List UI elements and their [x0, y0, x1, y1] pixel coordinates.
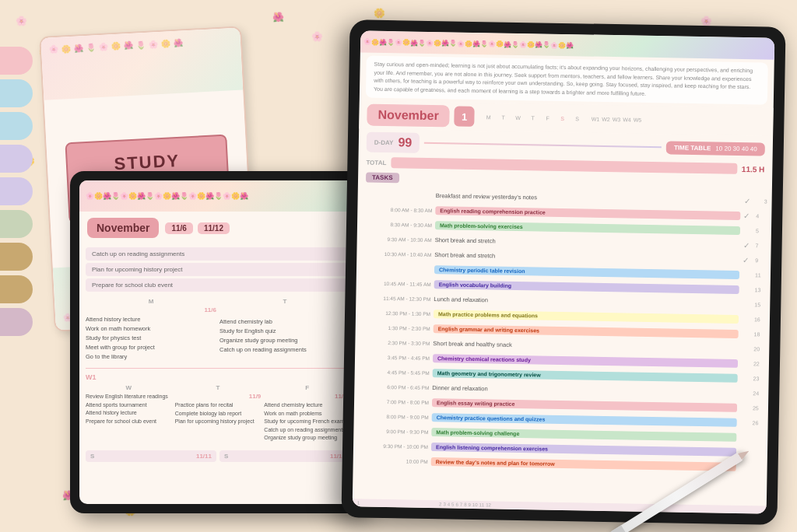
- task-text-14: Dinner and relaxation: [432, 384, 737, 397]
- task-bar-12: Chemistry chemical reactions study: [433, 354, 738, 368]
- timetable-label: TIME TABLE: [674, 144, 711, 152]
- deco-flower-5: 🌼: [374, 8, 385, 19]
- dday-label: D-DAY: [374, 138, 394, 145]
- tablet-left: 🌸🌼🌺🌷🌸🌼🌺🌷🌸🌼🌺🌷🌸🌼🌺🌷🌸🌼🌺 November 11/6 11/12 …: [70, 171, 366, 513]
- task-text-11: Short break and healthy snack: [433, 340, 738, 352]
- deco-flower-9: 🌸: [700, 16, 712, 26]
- deco-flower-1: 🌸: [16, 16, 27, 26]
- task-w-4: Prepare for school club event: [86, 418, 172, 426]
- task-t-2: Study for English quiz: [219, 327, 350, 336]
- sidebar-tab-2[interactable]: [0, 79, 33, 107]
- sidebar-tab-5[interactable]: [0, 177, 33, 205]
- task-m-3: Study for physics test: [86, 334, 216, 343]
- task-bar-13: Math geometry and trigonometry review: [433, 369, 738, 383]
- goal-3: Prepare for school club event: [86, 278, 350, 292]
- day-number: 1: [455, 107, 475, 127]
- task-text-5: Short break and stretch: [434, 251, 739, 264]
- col-t2: T 11/9 Practice plans for recital Comple…: [175, 384, 262, 443]
- sidebar-tab-1[interactable]: [0, 47, 33, 75]
- task-t-1: Attend chemistry lab: [219, 317, 350, 327]
- dday-value: 99: [398, 135, 412, 149]
- task-bar-7: English vocabulary building: [434, 280, 739, 294]
- sidebar-tab-4[interactable]: [0, 145, 33, 173]
- task-m-4: Meet with group for project: [86, 343, 216, 352]
- motivation-text: Stay curious and open-minded; learning i…: [366, 56, 768, 105]
- task-bar-17: Math problem-solving challenge: [431, 428, 736, 442]
- tablet-screen-right: 🌸🌼🌺🌷🌸🌼🌺🌷🌸🌼🌺🌷🌸🌼🌺🌷🌸🌼🌺🌷🌸🌼🌺🌷🌸🌼🌺 Stay curious…: [353, 30, 775, 513]
- sidebar-tab-6[interactable]: [0, 210, 33, 238]
- tasks-header: TASKS: [366, 173, 399, 184]
- bottom-s1: S 11/11: [86, 450, 216, 462]
- task-bar-16: Chemistry practice questions and quizzes: [432, 413, 737, 427]
- task-f-1: Attend chemistry lecture: [264, 401, 350, 410]
- progress-bar: [424, 142, 662, 148]
- task-t-4: Catch up on reading assignments: [219, 345, 350, 355]
- bottom-s2: S 11/12: [219, 450, 350, 462]
- sidebar-tab-7[interactable]: [0, 243, 33, 271]
- wd-t2: T: [527, 115, 539, 121]
- date-start: 11/6: [165, 222, 192, 234]
- task-bar-19: Review the day's notes and plan for tomo…: [431, 457, 736, 471]
- wn-1: W1: [592, 116, 600, 121]
- col-m: M 11/6 Attend history lecture Work on ma…: [86, 298, 216, 362]
- task-bar-15: English essay writing practice: [432, 398, 737, 412]
- sidebar-tabs: [0, 47, 33, 336]
- wd-s1: S: [556, 115, 569, 121]
- col-t: T Attend chemistry lab Study for English…: [219, 298, 350, 362]
- tablet-right: 🌸🌼🌺🌷🌸🌼🌺🌷🌸🌼🌺🌷🌸🌼🌺🌷🌸🌼🌺🌷🌸🌼🌺🌷🌸🌼🌺 Stay curious…: [341, 19, 785, 525]
- task-bar-18: English listening comprehension exercise…: [431, 443, 736, 457]
- task-t-3: Organize study group meeting: [219, 336, 350, 345]
- task-bar-2: English reading comprehension practice: [435, 206, 740, 220]
- task-f-3: Study for upcoming French exam: [264, 418, 350, 426]
- task-f-5: Organize study group meeting: [264, 434, 350, 443]
- task-m-2: Work on math homework: [86, 324, 216, 334]
- wn-3: W3: [613, 117, 621, 122]
- task-w-2: Attend sports tournament: [86, 401, 172, 410]
- task-t2-2: Complete biology lab report: [175, 410, 262, 418]
- col-w: W Review English literature readings Att…: [86, 384, 172, 443]
- date-end: 11/12: [198, 222, 230, 234]
- task-m-1: Attend history lecture: [86, 315, 216, 324]
- task-text-8: Lunch and relaxation: [434, 296, 739, 308]
- total-label: TOTAL: [366, 159, 386, 166]
- sidebar-tab-8[interactable]: [0, 275, 33, 303]
- left-month-label: November: [87, 218, 159, 238]
- sidebar-tab-3[interactable]: [0, 112, 33, 140]
- wd-f: F: [542, 115, 554, 121]
- task-f-2: Work on math problems: [264, 410, 350, 418]
- wd-t: T: [497, 114, 510, 120]
- goal-1: Catch up on reading assignments: [86, 247, 350, 261]
- total-value: 11.5 H: [742, 164, 765, 173]
- task-m-5: Go to the library: [86, 352, 216, 362]
- tablet-screen-left: 🌸🌼🌺🌷🌸🌼🌺🌷🌸🌼🌺🌷🌸🌼🌺🌷🌸🌼🌺 November 11/6 11/12 …: [79, 180, 356, 504]
- divider-1: [86, 368, 350, 369]
- task-bar-10: English grammar and writing exercises: [434, 324, 739, 338]
- sidebar-tab-9[interactable]: [0, 308, 33, 336]
- task-t2-3: Plan for upcoming history project: [175, 418, 262, 426]
- task-w-1: Review English literature readings: [86, 393, 172, 401]
- task-bar-3: Math problem-solving exercises: [435, 221, 740, 235]
- w1-label: W1: [79, 372, 356, 383]
- col-f: F 11/10 Attend chemistry lecture Work on…: [264, 384, 350, 443]
- wd-m: M: [483, 114, 495, 120]
- deco-flower-3: 🌺: [272, 12, 284, 23]
- tt-nums: 10 20 30 40 40: [715, 145, 757, 152]
- task-w-3: Attend history lecture: [86, 409, 172, 418]
- task-t2-1: Practice plans for recital: [175, 401, 262, 410]
- task-bar-9: Math practice problems and equations: [434, 310, 739, 324]
- wn-4: W4: [623, 117, 631, 122]
- wd-s2: S: [571, 116, 584, 121]
- right-month: November: [367, 104, 450, 128]
- task-bar-6: Chemistry periodic table revision: [434, 265, 739, 279]
- task-f-4: Catch up on reading assignments: [264, 426, 350, 435]
- deco-flower-4: 🌸: [311, 31, 323, 42]
- wn-5: W5: [634, 117, 642, 122]
- task-text-4: Short break and stretch: [435, 236, 740, 249]
- wd-w: W: [512, 114, 525, 120]
- task-text-1: Breakfast and review yesterday's notes: [436, 192, 741, 205]
- wn-2: W2: [602, 116, 610, 121]
- goal-2: Plan for upcoming history project: [86, 263, 350, 276]
